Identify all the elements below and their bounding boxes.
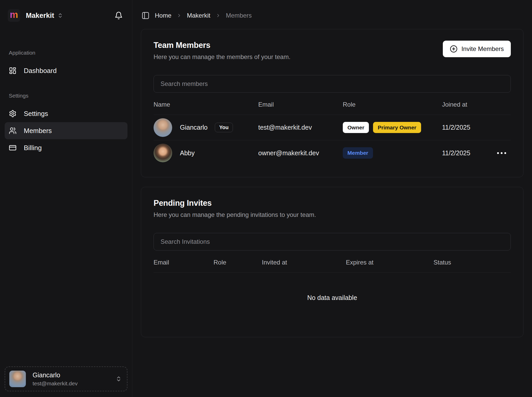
nav-section-settings: Settings (5, 93, 127, 99)
role-badge-primary-owner: Primary Owner (373, 122, 421, 133)
search-members-input[interactable] (154, 75, 511, 93)
role-badge-owner: Owner (343, 122, 369, 133)
invites-table-header: Email Role Invited at Expires at Status (154, 252, 511, 273)
members-table-header: Name Email Role Joined at (154, 94, 511, 115)
gear-icon (9, 110, 17, 117)
breadcrumb-home[interactable]: Home (155, 12, 171, 19)
invite-members-label: Invite Members (461, 45, 504, 53)
sidebar-item-label: Billing (24, 144, 42, 152)
member-name: Giancarlo (180, 124, 208, 131)
user-profile-menu[interactable]: Giancarlo test@makerkit.dev (5, 366, 127, 391)
column-invited-at: Invited at (262, 259, 346, 266)
column-name: Name (154, 101, 258, 108)
sidebar-item-settings[interactable]: Settings (5, 105, 127, 122)
search-invitations-input[interactable] (154, 233, 511, 251)
breadcrumb-members: Members (226, 12, 252, 19)
avatar (9, 371, 26, 387)
logo-letter: m (10, 10, 18, 19)
breadcrumb: Home Makerkit Members (141, 11, 523, 20)
team-members-title: Team Members (154, 41, 291, 50)
empty-state-text: No data available (154, 273, 511, 322)
pending-invites-card: Pending Invites Here you can manage the … (141, 187, 523, 337)
users-icon (9, 127, 17, 135)
sidebar-item-billing[interactable]: Billing (5, 139, 127, 156)
chevrons-up-down-icon (116, 376, 122, 382)
workspace-selector[interactable]: m Makerkit (0, 0, 132, 22)
chevrons-up-down-icon (57, 13, 63, 18)
column-joined-at: Joined at (442, 101, 495, 108)
table-row: Abby owner@makerkit.dev Member 11/2/2025 (154, 140, 511, 166)
bell-icon[interactable] (115, 11, 123, 20)
chevron-right-icon (216, 13, 221, 18)
sidebar-item-label: Settings (24, 110, 48, 118)
row-actions-ellipsis-icon[interactable] (496, 150, 507, 157)
sidebar-nav: Application Dashboard Settings Settings … (0, 50, 132, 156)
sidebar-item-dashboard[interactable]: Dashboard (5, 62, 127, 79)
chevron-right-icon (177, 13, 182, 18)
column-expires-at: Expires at (346, 259, 434, 266)
breadcrumb-makerkit[interactable]: Makerkit (187, 12, 210, 19)
credit-card-icon (9, 144, 17, 152)
pending-invites-subtitle: Here you can manage the pending invitati… (154, 211, 316, 218)
avatar (154, 144, 172, 162)
member-joined-at: 11/2/2025 (442, 149, 495, 157)
sidebar-item-members[interactable]: Members (5, 122, 127, 139)
you-badge: You (215, 123, 233, 132)
table-row: Giancarlo You test@makerkit.dev Owner Pr… (154, 115, 511, 140)
column-status: Status (434, 259, 511, 266)
dashboard-icon (9, 67, 17, 75)
avatar (154, 118, 172, 137)
main-content: Home Makerkit Members Team Members Here … (132, 0, 532, 397)
profile-email: test@makerkit.dev (33, 380, 78, 387)
sidebar-item-label: Dashboard (24, 67, 57, 75)
plus-circle-icon (450, 45, 458, 53)
invite-members-button[interactable]: Invite Members (443, 41, 511, 57)
column-role: Role (343, 101, 442, 108)
nav-section-application: Application (5, 50, 127, 56)
workspace-name: Makerkit (26, 12, 54, 20)
member-email: owner@makerkit.dev (258, 149, 343, 157)
sidebar-item-label: Members (24, 127, 52, 135)
panel-left-icon[interactable] (141, 11, 150, 20)
profile-name: Giancarlo (33, 371, 78, 379)
member-joined-at: 11/2/2025 (442, 124, 495, 131)
team-members-card: Team Members Here you can manage the mem… (141, 29, 523, 177)
makerkit-logo: m (8, 9, 20, 22)
column-email: Email (154, 259, 214, 266)
role-badge-member: Member (343, 147, 373, 158)
pending-invites-title: Pending Invites (154, 198, 316, 208)
team-members-subtitle: Here you can manage the members of your … (154, 53, 291, 61)
member-name: Abby (180, 149, 195, 157)
sidebar: m Makerkit Application Dashboard Setting… (0, 0, 132, 397)
member-email: test@makerkit.dev (258, 124, 343, 131)
column-email: Email (258, 101, 343, 108)
column-role: Role (214, 259, 262, 266)
